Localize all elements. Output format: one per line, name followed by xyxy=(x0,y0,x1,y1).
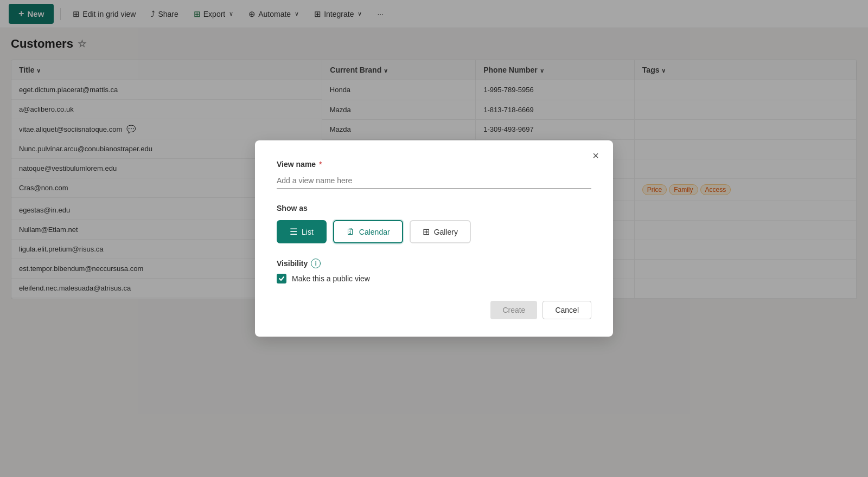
view-name-input[interactable] xyxy=(277,173,591,189)
public-view-label: Make this a public view xyxy=(292,274,370,283)
view-option-gallery[interactable]: ⊞ Gallery xyxy=(410,220,471,243)
view-options-group: ☰ List 🗓 Calendar ⊞ Gallery xyxy=(277,220,591,243)
gallery-icon: ⊞ xyxy=(423,227,430,237)
modal-overlay[interactable]: × View name * Show as ☰ List 🗓 Calendar … xyxy=(0,0,868,477)
visibility-label: Visibility i xyxy=(277,259,591,268)
public-view-row: Make this a public view xyxy=(277,274,591,283)
view-option-calendar[interactable]: 🗓 Calendar xyxy=(333,220,403,243)
view-name-label: View name * xyxy=(277,160,591,169)
required-indicator: * xyxy=(319,160,322,169)
visibility-section: Visibility i Make this a public view xyxy=(277,259,591,283)
create-view-modal: × View name * Show as ☰ List 🗓 Calendar … xyxy=(255,140,613,337)
create-button[interactable]: Create xyxy=(490,301,537,319)
modal-close-button[interactable]: × xyxy=(588,148,603,163)
cancel-button[interactable]: Cancel xyxy=(542,301,591,319)
close-icon: × xyxy=(592,150,599,162)
view-option-list[interactable]: ☰ List xyxy=(277,220,327,243)
show-as-label: Show as xyxy=(277,204,591,212)
public-view-checkbox[interactable] xyxy=(277,274,286,283)
info-icon[interactable]: i xyxy=(311,259,321,268)
calendar-icon: 🗓 xyxy=(346,227,355,237)
list-icon: ☰ xyxy=(290,227,297,237)
modal-footer: Create Cancel xyxy=(277,301,591,319)
